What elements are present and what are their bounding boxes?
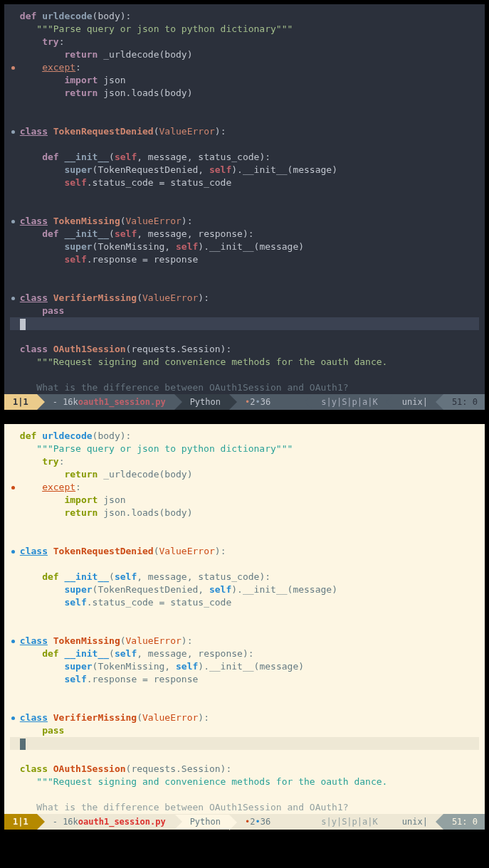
status-position: 51: 0: [443, 814, 485, 830]
lint-marker: [11, 640, 15, 643]
status-mode: 1|1: [4, 394, 37, 410]
code-area[interactable]: def urldecode(body): """Parse query or j…: [4, 424, 485, 814]
class-name: TokenRequestDenied: [48, 126, 154, 137]
statusbar: 1|1 - 16k oauth1_session.py Python •2 •3…: [4, 814, 485, 830]
lint-marker: [11, 716, 15, 720]
status-filetype: Python: [174, 814, 229, 830]
lint-marker: [11, 486, 15, 489]
function-name: urldecode: [42, 11, 92, 21]
cursor-line: [10, 737, 479, 750]
keyword-def: def: [20, 11, 36, 21]
status-toggles: s|y|S|p|a|K: [312, 814, 393, 830]
editor-pane-light: def urldecode(body): """Parse query or j…: [4, 424, 485, 830]
status-file: - 16k oauth1_session.py: [37, 814, 174, 830]
docstring: """Parse query or json to python diction…: [14, 23, 293, 34]
lint-marker: [11, 66, 15, 70]
cursor-line: [10, 317, 479, 330]
statusbar: 1|1 - 16k oauth1_session.py Python •2 •3…: [4, 394, 485, 410]
editor-pane-dark: def urldecode(body): """Parse query or j…: [4, 4, 485, 410]
cursor: [20, 739, 26, 750]
status-toggles: s|y|S|p|a|K: [312, 394, 393, 410]
status-mode: 1|1: [4, 814, 37, 830]
status-position: 51: 0: [443, 394, 485, 410]
lint-marker: [11, 550, 15, 554]
status-file: - 16k oauth1_session.py: [37, 394, 174, 410]
lint-marker: [11, 220, 15, 223]
code-area[interactable]: def urldecode(body): """Parse query or j…: [4, 4, 485, 394]
lint-marker: [11, 297, 15, 300]
status-filetype: Python: [174, 394, 229, 410]
cursor: [20, 319, 26, 330]
lint-marker: [11, 130, 15, 134]
